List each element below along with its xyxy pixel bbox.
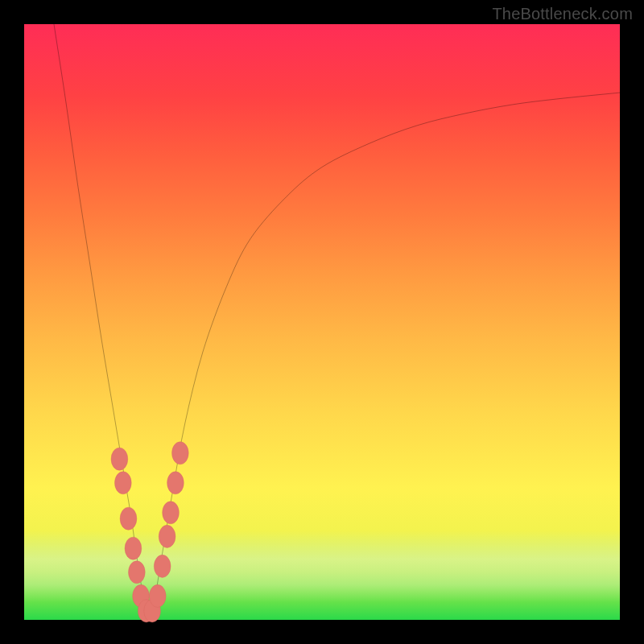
marker-dot — [129, 561, 146, 584]
plot-svg — [24, 24, 620, 620]
bottleneck-curve — [54, 24, 620, 620]
marker-dot — [167, 472, 184, 494]
plot-area — [24, 24, 620, 620]
marker-dot — [159, 525, 175, 547]
marker-cluster — [111, 442, 188, 622]
marker-dot — [114, 472, 131, 494]
marker-dot — [172, 442, 189, 464]
chart-frame: TheBottleneck.com — [0, 0, 644, 644]
marker-dot — [163, 502, 180, 524]
marker-dot — [111, 448, 128, 470]
marker-dot — [149, 584, 166, 607]
watermark-text: TheBottleneck.com — [492, 5, 633, 23]
marker-dot — [120, 507, 137, 530]
marker-dot — [125, 537, 142, 559]
marker-dot — [154, 555, 171, 577]
